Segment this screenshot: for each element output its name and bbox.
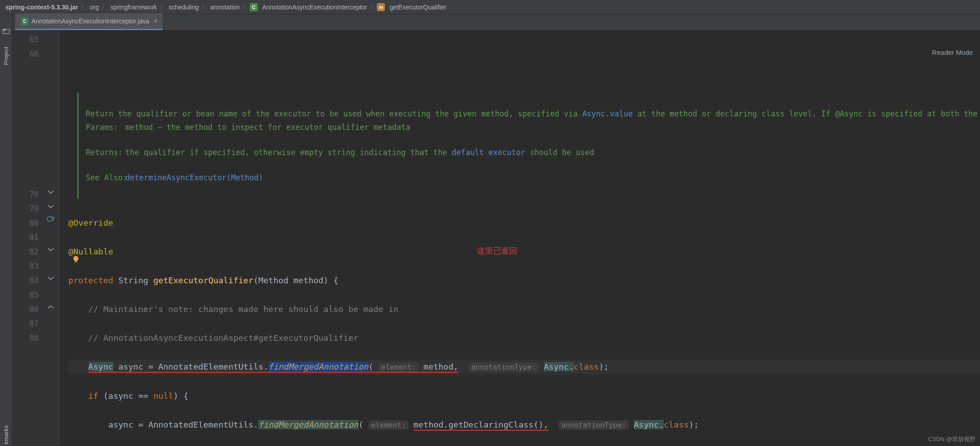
crumb-class[interactable]: AnnotationAsyncExecutionInterceptor (260, 4, 369, 11)
chevron-icon: 〉 (369, 3, 377, 11)
chevron-icon: 〉 (101, 3, 109, 11)
class-icon: C (250, 3, 258, 11)
chevron-icon: 〉 (80, 3, 88, 11)
editor[interactable]: Reader Mode 65 66 78 79 80 81 82 83 84 8… (13, 31, 980, 446)
annotation: @Override (68, 218, 113, 227)
crumb-pkg[interactable]: annotation (208, 4, 241, 11)
close-icon[interactable]: × (154, 18, 157, 25)
fold-icon[interactable] (47, 202, 55, 210)
override-up-icon[interactable] (47, 215, 55, 223)
svg-point-2 (47, 216, 52, 221)
svg-rect-1 (3, 29, 6, 31)
code-content[interactable]: Return the qualifier or bean name of the… (59, 31, 980, 446)
fold-icon[interactable] (47, 188, 55, 196)
crumb-method[interactable]: getExecutorQualifier (388, 4, 448, 11)
tab-label: AnnotationAsyncExecutionInterceptor.java (31, 18, 149, 25)
tool-sidebar: Project kmarks (0, 14, 13, 446)
bookmarks-tool[interactable]: kmarks (3, 425, 9, 444)
intention-bulb-icon[interactable] (72, 255, 80, 263)
svg-rect-3 (75, 262, 77, 263)
editor-tabs: C AnnotationAsyncExecutionInterceptor.ja… (13, 14, 980, 31)
chevron-icon: 〉 (242, 3, 250, 11)
javadoc-block: Return the qualifier or bean name of the… (77, 93, 490, 199)
crumb-pkg[interactable]: org (88, 4, 101, 11)
crumb-pkg[interactable]: springframework (109, 4, 159, 11)
line-gutter: 65 66 78 79 80 81 82 83 84 85 86 87 88 (13, 31, 43, 446)
chevron-icon: 〉 (159, 3, 167, 11)
project-icon (3, 28, 10, 35)
java-class-icon: C (21, 17, 29, 25)
project-tool[interactable]: Project (3, 47, 9, 65)
fold-icon[interactable] (47, 303, 55, 311)
doc-link[interactable]: default executor (452, 148, 525, 157)
watermark: CSDN @简放视野 (928, 435, 976, 443)
fold-icon[interactable] (47, 274, 55, 282)
breadcrumb-bar: spring-context-5.3.30.jar 〉 org 〉 spring… (0, 0, 980, 14)
chevron-icon: 〉 (200, 3, 208, 11)
file-tab[interactable]: C AnnotationAsyncExecutionInterceptor.ja… (15, 13, 163, 30)
doc-link[interactable]: Async.value (582, 109, 633, 118)
crumb-jar[interactable]: spring-context-5.3.30.jar (4, 4, 80, 11)
gutter-icons (43, 31, 59, 446)
doc-link[interactable]: determineAsyncExecutor(Method) (125, 172, 263, 183)
fold-icon[interactable] (47, 245, 55, 254)
user-annotation: 这里已返回 (477, 244, 517, 258)
annotation: @Nullable (68, 247, 113, 256)
method-icon: m (377, 3, 385, 11)
crumb-pkg[interactable]: scheduling (167, 4, 201, 11)
